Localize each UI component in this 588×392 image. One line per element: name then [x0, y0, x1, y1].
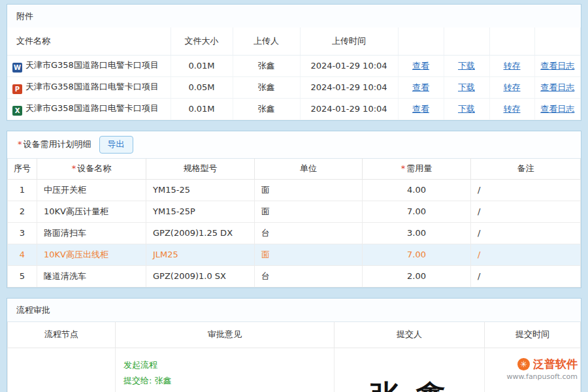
attachment-uploadtime: 2024-01-29 10:04: [300, 76, 398, 98]
attachments-header-empty: [398, 27, 444, 55]
download-link[interactable]: 下载: [458, 82, 475, 92]
fanpu-logo-icon: ✳: [517, 358, 530, 370]
equipment-row[interactable]: 5 隧道清洗车 GPZ(2009)1.0 SX 台 2.00 /: [8, 265, 581, 287]
equipment-model: GPZ(2009)1.0 SX: [146, 265, 255, 287]
equipment-header-model: 规格型号: [146, 158, 255, 179]
attachments-header-empty: [534, 27, 581, 55]
approval-opinion-line2: 提交给: 张鑫: [123, 373, 334, 389]
approval-table: 流程节点 审批意见 提交人 提交时间 申请人 发起流程 提交给: 张鑫 张 鑫 …: [7, 321, 581, 392]
equipment-remark: /: [471, 179, 581, 201]
equipment-unit: 面: [255, 201, 363, 222]
approval-title: 流程审批: [7, 299, 581, 321]
view-log-link[interactable]: 查看日志: [540, 61, 574, 71]
view-link[interactable]: 查看: [412, 82, 429, 92]
transfer-save-link[interactable]: 转存: [504, 104, 521, 114]
approval-header-submitter: 提交人: [335, 321, 485, 348]
equipment-unit: 面: [255, 179, 363, 201]
equipment-quantity: 7.00: [363, 244, 471, 265]
equipment-model: YM15-25: [146, 179, 255, 201]
equipment-row-selected[interactable]: 4 10KV高压出线柜 JLM25 面 7.00 /: [8, 244, 581, 265]
view-log-link[interactable]: 查看日志: [540, 82, 574, 92]
equipment-plan-title: *设备需用计划明细: [18, 139, 91, 150]
approval-header-row: 流程节点 审批意见 提交人 提交时间: [8, 321, 581, 348]
approval-row: 申请人 发起流程 提交给: 张鑫 张 鑫 2024-01-29 10:05: [8, 348, 581, 392]
attachment-row: W天津市G358国道路口电警卡口项目 0.01M 张鑫 2024-01-29 1…: [7, 55, 581, 76]
equipment-row[interactable]: 3 路面清扫车 GPZ(2009)1.25 DX 台 3.00 /: [8, 222, 581, 244]
view-link[interactable]: 查看: [412, 104, 429, 114]
equipment-header-seq: 序号: [8, 158, 37, 179]
transfer-save-link[interactable]: 转存: [504, 82, 521, 92]
equipment-seq: 4: [8, 244, 37, 265]
attachment-uploader: 张鑫: [233, 98, 300, 120]
attachments-header-uploadtime: 上传时间: [300, 27, 398, 55]
attachments-header-filesize: 文件大小: [171, 27, 233, 55]
equipment-header-row: 序号 *设备名称 规格型号 单位 *需用量 备注: [8, 158, 581, 179]
equipment-name: 10KV高压出线柜: [37, 244, 146, 265]
attachment-name-cell: P天津市G358国道路口电警卡口项目: [7, 76, 171, 98]
vendor-brand: 泛普软件: [533, 357, 578, 372]
attachment-row: X天津市G358国道路口电警卡口项目 0.01M 张鑫 2024-01-29 1…: [7, 98, 581, 120]
attachment-row: P天津市G358国道路口电警卡口项目 0.05M 张鑫 2024-01-29 1…: [7, 76, 581, 98]
equipment-header-quantity: *需用量: [363, 158, 471, 179]
equipment-quantity: 7.00: [363, 201, 471, 222]
equipment-quantity: 3.00: [363, 222, 471, 244]
equipment-plan-titlebar: *设备需用计划明细 导出: [7, 131, 581, 158]
attachments-header-row: 文件名称 文件大小 上传人 上传时间: [7, 27, 581, 55]
download-link[interactable]: 下载: [458, 104, 475, 114]
approval-opinion-line1: 发起流程: [123, 357, 334, 373]
attachment-name-cell: W天津市G358国道路口电警卡口项目: [7, 55, 171, 76]
required-asterisk: *: [18, 139, 22, 149]
vendor-url: www.fanpusoft.com: [507, 372, 578, 381]
equipment-header-name: *设备名称: [37, 158, 146, 179]
attachment-uploadtime: 2024-01-29 10:04: [300, 55, 398, 76]
equipment-seq: 3: [8, 222, 37, 244]
attachment-filename: 天津市G358国道路口电警卡口项目: [25, 60, 159, 70]
equipment-model: YM15-25P: [146, 201, 255, 222]
equipment-row[interactable]: 1 中压开关柜 YM15-25 面 4.00 /: [8, 179, 581, 201]
equipment-seq: 5: [8, 265, 37, 287]
page: 附件 文件名称 文件大小 上传人 上传时间: [0, 0, 588, 392]
transfer-save-link[interactable]: 转存: [504, 61, 521, 71]
required-asterisk: *: [401, 163, 406, 173]
equipment-seq: 2: [8, 201, 37, 222]
attachment-uploader: 张鑫: [233, 55, 300, 76]
equipment-row[interactable]: 2 10KV高压计量柜 YM15-25P 面 7.00 /: [8, 201, 581, 222]
equipment-remark: /: [471, 222, 581, 244]
equipment-model: GPZ(2009)1.25 DX: [146, 222, 255, 244]
attachment-filesize: 0.05M: [171, 76, 233, 98]
attachments-header-filename: 文件名称: [7, 27, 171, 55]
approval-header-opinion: 审批意见: [116, 321, 335, 348]
equipment-model: JLM25: [146, 244, 255, 265]
equipment-header-remark: 备注: [471, 158, 581, 179]
submitter-signature: 张 鑫: [335, 348, 485, 392]
ppt-file-icon: P: [12, 84, 22, 94]
attachments-header-empty: [489, 27, 534, 55]
equipment-name: 路面清扫车: [37, 222, 146, 244]
equipment-remark: /: [471, 201, 581, 222]
attachment-uploader: 张鑫: [233, 76, 300, 98]
word-file-icon: W: [12, 63, 22, 73]
view-link[interactable]: 查看: [412, 61, 429, 71]
equipment-seq: 1: [8, 179, 37, 201]
download-link[interactable]: 下载: [458, 61, 475, 71]
attachments-header-empty: [444, 27, 489, 55]
equipment-name: 隧道清洗车: [37, 265, 146, 287]
equipment-quantity: 2.00: [363, 265, 471, 287]
attachments-table: 文件名称 文件大小 上传人 上传时间 W天津市G358国道路口电警卡口项目 0.…: [7, 27, 581, 120]
required-asterisk: *: [72, 163, 76, 173]
approval-panel: 流程审批 流程节点 审批意见 提交人 提交时间 申请人 发起流程 提交给: 张: [7, 298, 581, 392]
approval-header-node: 流程节点: [8, 321, 116, 348]
equipment-name: 中压开关柜: [37, 179, 146, 201]
attachment-filename: 天津市G358国道路口电警卡口项目: [25, 103, 159, 113]
attachments-header-uploader: 上传人: [233, 27, 300, 55]
equipment-unit: 台: [255, 222, 363, 244]
export-button[interactable]: 导出: [99, 136, 133, 154]
vendor-watermark: ✳ 泛普软件 www.fanpusoft.com: [507, 357, 578, 381]
equipment-unit: 面: [255, 244, 363, 265]
attachment-filesize: 0.01M: [171, 55, 233, 76]
equipment-name: 10KV高压计量柜: [37, 201, 146, 222]
equipment-remark: /: [471, 265, 581, 287]
equipment-remark: /: [471, 244, 581, 265]
view-log-link[interactable]: 查看日志: [540, 104, 574, 114]
equipment-header-unit: 单位: [255, 158, 363, 179]
